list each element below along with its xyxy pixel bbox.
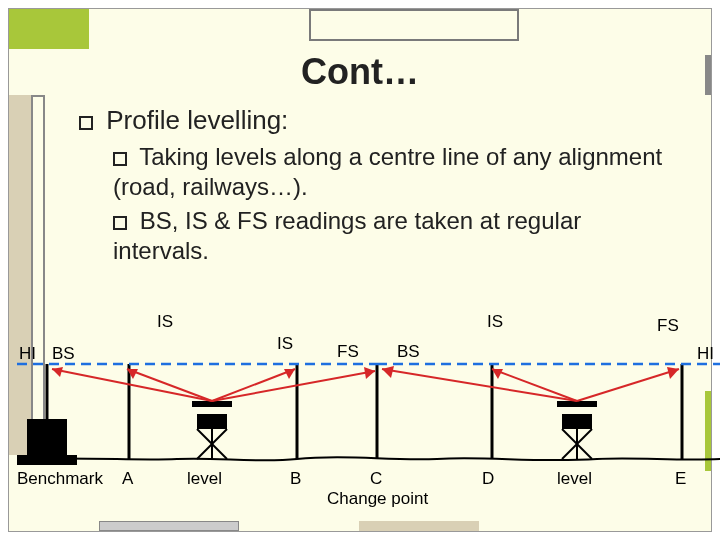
sight-ray	[127, 369, 212, 401]
arrowhead-icon	[492, 369, 503, 379]
sub-bullet-text: BS, IS & FS readings are taken at regula…	[113, 207, 581, 264]
sight-ray	[212, 369, 295, 401]
label-b: B	[290, 469, 301, 488]
label-level: level	[557, 469, 592, 488]
arrowhead-icon	[284, 369, 295, 379]
label-c: C	[370, 469, 382, 488]
label-bs: BS	[52, 344, 75, 363]
label-bs: BS	[397, 342, 420, 361]
sight-ray	[577, 369, 679, 401]
sub-bullet: Taking levels along a centre line of any…	[79, 142, 667, 202]
arrowhead-icon	[364, 367, 375, 379]
sight-ray	[212, 371, 375, 401]
sub-bullet: BS, IS & FS readings are taken at regula…	[79, 206, 667, 266]
label-change-point: Change point	[327, 489, 428, 508]
ground-line	[17, 457, 720, 460]
decor-block	[359, 521, 479, 531]
decor-block	[99, 521, 239, 531]
slide-body: Profile levelling: Taking levels along a…	[9, 93, 711, 266]
bullet-box-icon	[113, 216, 127, 230]
label-level: level	[187, 469, 222, 488]
slide: Cont… Profile levelling: Taking levels a…	[8, 8, 712, 532]
sub-bullet-text: Taking levels along a centre line of any…	[113, 143, 662, 200]
label-benchmark: Benchmark	[17, 469, 103, 488]
label-fs: FS	[337, 342, 359, 361]
heading-text: Profile levelling:	[106, 105, 288, 135]
label-is: IS	[277, 334, 293, 353]
profile-diagram: HI BS IS IS FS BS IS FS HI Benchmark A l…	[17, 309, 720, 509]
label-hi: HI	[697, 344, 714, 363]
label-is: IS	[157, 312, 173, 331]
arrowhead-icon	[667, 367, 679, 379]
decor-block	[309, 9, 519, 41]
label-d: D	[482, 469, 494, 488]
decor-block	[705, 55, 711, 95]
sight-ray	[382, 369, 577, 401]
benchmark-base	[17, 455, 77, 465]
level-instrument-icon	[562, 414, 592, 429]
label-is: IS	[487, 312, 503, 331]
bullet-box-icon	[113, 152, 127, 166]
label-a: A	[122, 469, 134, 488]
bullet-heading: Profile levelling:	[79, 105, 667, 136]
bullet-box-icon	[79, 116, 93, 130]
sight-ray	[492, 369, 577, 401]
benchmark-icon	[27, 419, 67, 459]
label-fs: FS	[657, 316, 679, 335]
label-hi: HI	[19, 344, 36, 363]
decor-block	[9, 9, 89, 49]
level-instrument-icon	[197, 414, 227, 429]
arrowhead-icon	[382, 366, 394, 378]
label-e: E	[675, 469, 686, 488]
